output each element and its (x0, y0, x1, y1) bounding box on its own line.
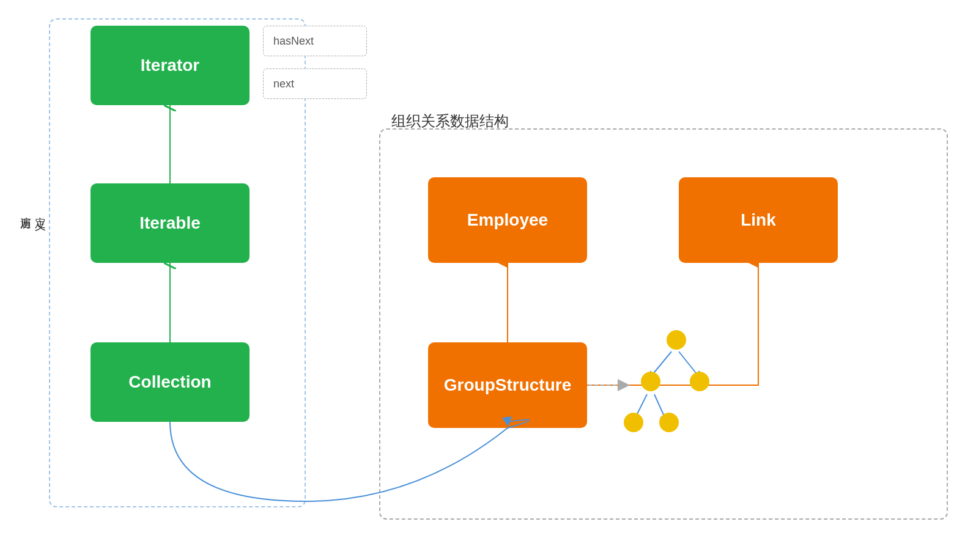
tree-node-ll (624, 413, 643, 432)
tree-node-right (690, 372, 709, 391)
tree-node-lr (659, 413, 679, 432)
iterator-box: Iterator (91, 26, 250, 105)
next-box: next (263, 68, 367, 99)
hasNext-box: hasNext (263, 26, 367, 56)
next-label: next (273, 78, 294, 90)
employee-label: Employee (467, 210, 548, 230)
side-label: 遍历 定义 (18, 208, 48, 213)
tree-node-left (641, 372, 660, 391)
tree-node-root (667, 330, 686, 350)
groupstructure-label: GroupStructure (444, 375, 571, 395)
link-label: Link (741, 210, 776, 230)
hasNext-label: hasNext (273, 35, 314, 48)
diagram-container: 遍历 定义 Iterator Iterable Collection hasNe… (0, 0, 976, 560)
employee-box: Employee (428, 177, 587, 263)
collection-box: Collection (91, 342, 250, 422)
iterator-label: Iterator (141, 56, 199, 75)
link-box: Link (679, 177, 838, 263)
collection-label: Collection (128, 372, 211, 392)
side-label-line1: 遍历 (18, 208, 33, 213)
side-label-line2: 定义 (33, 208, 48, 213)
groupstructure-box: GroupStructure (428, 342, 587, 428)
iterable-label: Iterable (139, 213, 201, 233)
iterable-box: Iterable (91, 183, 250, 263)
